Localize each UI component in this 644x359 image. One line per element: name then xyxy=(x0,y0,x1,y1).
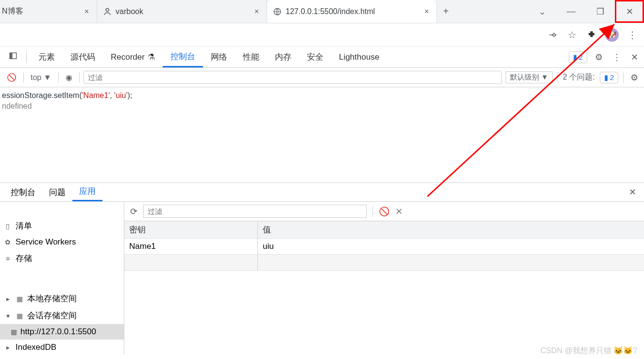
share-icon[interactable] xyxy=(547,29,559,41)
devtools-tab-recorder[interactable]: Recorder ⚗ xyxy=(103,47,163,67)
browser-toolbar: ☆ 🐶 ⋮ xyxy=(0,23,644,47)
code-string: 'uiu' xyxy=(114,91,127,99)
issues-badge[interactable]: ▮ 2 xyxy=(600,72,618,83)
window-close-button[interactable]: ✕ xyxy=(615,0,644,23)
refresh-icon[interactable]: ⟳ xyxy=(130,206,137,217)
browser-tab-2[interactable]: varbook × xyxy=(97,0,267,23)
kebab-icon[interactable]: ⋮ xyxy=(610,52,623,63)
console-settings-icon[interactable]: ⚙ xyxy=(628,72,640,83)
tab-title: varbook xyxy=(116,7,143,16)
storage-table: 密钥 值 Name1 uiu xyxy=(124,221,644,354)
console-line-result: ndefined xyxy=(2,101,642,112)
profile-avatar[interactable]: 🐶 xyxy=(605,28,619,42)
code-string: 'Name1' xyxy=(82,91,110,99)
chevron-right-icon: ▸ xyxy=(4,295,12,303)
sidebar-item-indexeddb[interactable]: ▸IndexedDB xyxy=(0,340,124,355)
sidebar-item-session-origin[interactable]: ▦http://127.0.0.1:5500 xyxy=(0,324,124,340)
tabs-dropdown-icon[interactable]: ⌄ xyxy=(527,0,557,23)
badge-count: 2 xyxy=(610,73,614,82)
globe-icon xyxy=(273,7,282,16)
close-devtools-icon[interactable]: ✕ xyxy=(629,52,640,63)
chevron-down-icon: ▾ xyxy=(4,312,12,320)
kebab-menu-icon[interactable]: ⋮ xyxy=(627,29,638,41)
header-value[interactable]: 值 xyxy=(258,221,644,238)
favicon-icon xyxy=(103,7,112,16)
grid-icon: ▦ xyxy=(10,328,17,336)
drawer-tab-application[interactable]: 应用 xyxy=(72,183,102,201)
context-selector[interactable]: top ▼ xyxy=(28,73,54,82)
svg-rect-3 xyxy=(10,53,12,59)
clear-all-icon[interactable]: 🚫 xyxy=(379,206,390,217)
message-icon: ▮ xyxy=(604,73,608,82)
new-tab-button[interactable]: + xyxy=(437,0,455,23)
application-panel: ▯清单 ✿Service Workers ≡存储 ▸▦本地存储空间 ▾▦会话存储… xyxy=(0,202,644,354)
live-expression-icon[interactable]: ◉ xyxy=(63,73,75,82)
table-row-empty[interactable] xyxy=(124,255,644,271)
gear-icon[interactable]: ⚙ xyxy=(593,52,605,63)
window-controls: ⌄ — ❐ ✕ xyxy=(527,0,644,23)
close-icon[interactable]: × xyxy=(423,7,431,16)
sidebar-item-label: IndexedDB xyxy=(16,343,56,352)
database-icon: ≡ xyxy=(4,255,12,262)
devtools-tab-security[interactable]: 安全 xyxy=(299,47,331,67)
close-drawer-icon[interactable]: ✕ xyxy=(625,187,640,197)
browser-tab-strip: N博客 × varbook × 127.0.0.1:5500/index.htm… xyxy=(0,0,644,23)
sidebar-item-session-storage[interactable]: ▾▦会话存储空间 xyxy=(0,307,124,324)
extensions-icon[interactable] xyxy=(586,29,597,41)
grid-icon: ▦ xyxy=(16,295,23,303)
sidebar-item-service-workers[interactable]: ✿Service Workers xyxy=(0,234,124,250)
tab-title: N博客 xyxy=(2,6,23,16)
chevron-right-icon: ▸ xyxy=(4,343,12,351)
grid-icon: ▦ xyxy=(16,312,23,320)
document-icon: ▯ xyxy=(4,222,12,230)
application-main: ⟳ 🚫 ✕ 密钥 值 Name1 uiu xyxy=(124,202,644,354)
minimize-icon[interactable]: — xyxy=(557,0,586,23)
flask-icon: ⚗ xyxy=(148,52,155,62)
drawer-tab-issues[interactable]: 问题 xyxy=(42,183,72,201)
browser-tab-1[interactable]: N博客 × xyxy=(0,0,97,23)
table-row[interactable]: Name1 uiu xyxy=(124,239,644,255)
sidebar-item-label: http://127.0.0.1:5500 xyxy=(20,327,96,337)
sidebar-item-label: Service Workers xyxy=(16,237,76,247)
drawer-tab-bar: 控制台 问题 应用 ✕ xyxy=(0,182,644,202)
close-icon[interactable]: × xyxy=(83,7,91,16)
console-message-badge[interactable]: ▮ 2 xyxy=(569,51,587,63)
console-output[interactable]: essionStorage.setItem('Name1', 'uiu'); n… xyxy=(0,87,644,182)
header-key[interactable]: 密钥 xyxy=(124,221,258,238)
code-text: essionStorage.setItem( xyxy=(2,91,82,99)
console-filter-input[interactable] xyxy=(84,71,502,84)
sidebar-item-local-storage[interactable]: ▸▦本地存储空间 xyxy=(0,290,124,307)
log-level-dropdown[interactable]: 默认级别 ▼ xyxy=(506,71,553,83)
tab-title: 127.0.0.1:5500/index.html xyxy=(286,7,375,16)
code-text: , xyxy=(110,91,114,99)
application-sidebar: ▯清单 ✿Service Workers ≡存储 ▸▦本地存储空间 ▾▦会话存储… xyxy=(0,202,124,354)
devtools-tab-elements[interactable]: 元素 xyxy=(31,47,63,67)
message-icon: ▮ xyxy=(573,53,577,62)
svg-point-0 xyxy=(106,8,109,11)
devtools-tab-lighthouse[interactable]: Lighthouse xyxy=(331,47,387,67)
gear-icon: ✿ xyxy=(4,238,12,246)
devtools-tab-bar: 元素 源代码 Recorder ⚗ 控制台 网络 性能 内存 安全 Lighth… xyxy=(0,47,644,68)
devtools-tab-network[interactable]: 网络 xyxy=(203,47,235,67)
devtools-tab-console[interactable]: 控制台 xyxy=(163,47,203,67)
sidebar-item-label: 清单 xyxy=(16,220,32,231)
clear-console-icon[interactable]: 🚫 xyxy=(4,73,19,82)
maximize-icon[interactable]: ❐ xyxy=(586,0,615,23)
devtools-tab-sources[interactable]: 源代码 xyxy=(63,47,103,67)
storage-filter-input[interactable] xyxy=(143,205,367,218)
issues-label: 2 个问题: xyxy=(563,72,595,82)
sidebar-item-manifest[interactable]: ▯清单 xyxy=(0,217,124,234)
storage-toolbar: ⟳ 🚫 ✕ xyxy=(124,202,644,221)
close-icon[interactable]: × xyxy=(253,7,261,16)
delete-selected-icon[interactable]: ✕ xyxy=(395,206,403,217)
cell-key: Name1 xyxy=(124,239,258,254)
devtools-tab-performance[interactable]: 性能 xyxy=(235,47,267,67)
dock-icon[interactable] xyxy=(4,51,22,63)
sidebar-item-storage[interactable]: ≡存储 xyxy=(0,250,124,267)
cell-value: uiu xyxy=(258,239,644,254)
drawer-tab-console[interactable]: 控制台 xyxy=(4,183,42,201)
browser-tab-3-active[interactable]: 127.0.0.1:5500/index.html × xyxy=(267,0,437,23)
table-header-row: 密钥 值 xyxy=(124,221,644,239)
bookmark-star-icon[interactable]: ☆ xyxy=(566,29,578,41)
devtools-tab-memory[interactable]: 内存 xyxy=(267,47,299,67)
